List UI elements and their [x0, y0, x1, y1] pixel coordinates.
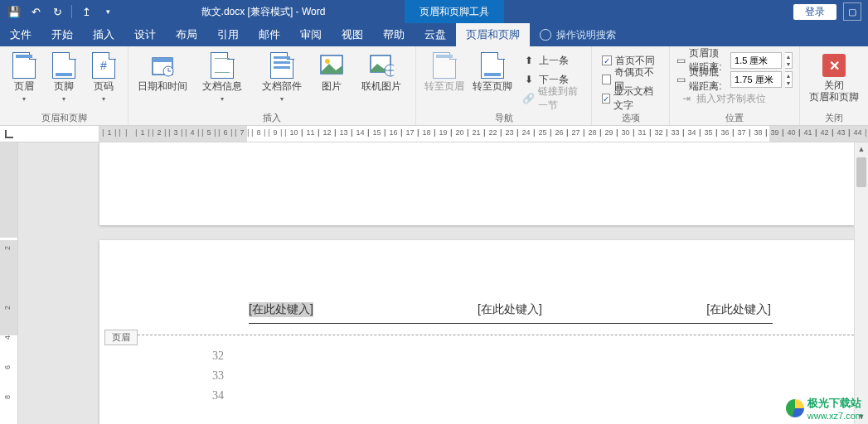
- svg-rect-1: [153, 58, 172, 62]
- undo-icon[interactable]: ↶: [27, 2, 45, 21]
- contextual-tab-title: 页眉和页脚工具: [405, 0, 504, 23]
- online-picture-button[interactable]: 联机图片: [354, 50, 409, 94]
- header-underline: [249, 323, 773, 324]
- tab-layout[interactable]: 布局: [166, 23, 207, 46]
- goto-header-button: 转至页眉: [423, 50, 466, 94]
- tab-icon: ⇥: [680, 93, 693, 104]
- page-previous[interactable]: [99, 142, 854, 225]
- header-right-field[interactable]: [在此处键入]: [706, 302, 771, 317]
- group-label: 页眉和页脚: [41, 110, 87, 125]
- group-label: 位置: [725, 110, 744, 125]
- doc-info-label: 文档信息: [202, 80, 242, 94]
- checkbox-icon: [602, 75, 611, 84]
- tab-mailings[interactable]: 邮件: [249, 23, 290, 46]
- tab-help[interactable]: 帮助: [373, 23, 415, 46]
- save-icon[interactable]: 💾: [5, 2, 23, 21]
- goto-footer-button[interactable]: 转至页脚: [471, 50, 514, 94]
- picture-icon: [319, 53, 344, 78]
- tab-design[interactable]: 设计: [124, 23, 166, 46]
- group-header-footer: 页眉▾ 页脚▾ # 页码▾ 页眉和页脚: [0, 46, 129, 125]
- header-icon: [12, 52, 36, 79]
- page-number-icon: #: [92, 52, 115, 79]
- show-document-text-checkbox[interactable]: ✓显示文档文字: [599, 89, 662, 108]
- footer-from-bottom-input[interactable]: [730, 71, 782, 88]
- spinner-buttons[interactable]: ▲▼: [785, 52, 793, 69]
- group-label: 插入: [263, 110, 281, 125]
- ribbon: 页眉▾ 页脚▾ # 页码▾ 页眉和页脚 日期和时间 文档信息▾: [0, 46, 868, 126]
- ruler-tick: ∣ 44 ∣: [847, 128, 868, 137]
- tab-insert[interactable]: 插入: [83, 23, 124, 46]
- footer-from-bottom: ▭ 页脚底端距离: ▲▼: [676, 70, 793, 89]
- goto-header-icon: [433, 52, 456, 79]
- date-time-button[interactable]: 日期和时间: [135, 50, 190, 94]
- close-header-footer-button[interactable]: ✕ 关闭 页眉和页脚: [807, 50, 861, 104]
- group-options: ✓首页不同 奇偶页不同 ✓显示文档文字 选项: [592, 46, 670, 125]
- arrow-up-icon: ⬆: [522, 55, 536, 66]
- tab-header-footer[interactable]: 页眉和页脚: [456, 23, 530, 46]
- footer-button[interactable]: 页脚▾: [46, 50, 81, 103]
- header-distance-icon: ▭: [676, 55, 686, 66]
- ruler-tick: ∣ 5 ∣: [201, 128, 217, 137]
- footer-icon: [52, 52, 75, 79]
- watermark-url: www.xz7.com: [807, 411, 863, 421]
- doc-info-button[interactable]: 文档信息▾: [195, 50, 250, 103]
- header-label: 页眉: [14, 80, 34, 94]
- doc-parts-icon: [270, 52, 293, 79]
- separator: [71, 5, 72, 18]
- vruler-tick: 8: [3, 395, 12, 399]
- link-previous-button: 🔗链接到前一节: [519, 89, 584, 108]
- scroll-up-icon[interactable]: ▲: [855, 142, 868, 157]
- spinner-buttons[interactable]: ▲▼: [785, 71, 793, 88]
- checkbox-checked-icon: ✓: [602, 55, 612, 65]
- group-position: ▭ 页眉顶端距离: ▲▼ ▭ 页脚底端距离: ▲▼ ⇥插入对齐制表位 位置: [670, 46, 800, 125]
- watermark-name: 极光下载站: [807, 396, 863, 411]
- header-fields: [在此处键入] [在此处键入] [在此处键入]: [249, 302, 771, 317]
- group-insert: 日期和时间 文档信息▾ 文档部件▾ 图片 联机图片 插入: [129, 46, 416, 125]
- qat-dropdown-icon[interactable]: ▾: [99, 2, 117, 21]
- link-icon: 🔗: [522, 93, 535, 104]
- vertical-ruler[interactable]: 22468: [0, 142, 18, 424]
- tell-me-label: 操作说明搜索: [556, 28, 616, 42]
- tab-view[interactable]: 视图: [332, 23, 373, 46]
- group-navigation: 转至页眉 转至页脚 ⬆上一条 ⬇下一条 🔗链接到前一节 导航: [416, 46, 592, 125]
- ribbon-display-icon[interactable]: ▢: [843, 2, 861, 21]
- scrollbar-thumb[interactable]: [856, 157, 866, 187]
- insert-alignment-tab-button: ⇥插入对齐制表位: [676, 89, 793, 108]
- previous-button[interactable]: ⬆上一条: [519, 51, 584, 70]
- body-line: 32: [212, 349, 224, 363]
- ruler-tick: ∣ 4 ∣: [184, 128, 201, 137]
- tab-review[interactable]: 审阅: [290, 23, 332, 46]
- tab-file[interactable]: 文件: [0, 23, 41, 46]
- page-number-button[interactable]: # 页码▾: [86, 50, 121, 103]
- doc-info-icon: [211, 52, 234, 79]
- tab-home[interactable]: 开始: [41, 23, 83, 46]
- quick-access-toolbar: 💾 ↶ ↻ ↥ ▾: [0, 2, 122, 21]
- watermark: 极光下载站 www.xz7.com: [786, 396, 863, 421]
- group-close: ✕ 关闭 页眉和页脚 关闭: [800, 46, 868, 125]
- tab-selector[interactable]: [0, 126, 99, 142]
- redo-icon[interactable]: ↻: [48, 2, 66, 21]
- touch-mode-icon[interactable]: ↥: [77, 2, 95, 21]
- header-from-top-input[interactable]: [730, 52, 782, 69]
- goto-footer-label: 转至页脚: [473, 80, 512, 94]
- login-button[interactable]: 登录: [793, 4, 836, 20]
- tell-me-search[interactable]: 操作说明搜索: [530, 23, 626, 46]
- doc-parts-button[interactable]: 文档部件▾: [255, 50, 309, 103]
- vertical-scrollbar[interactable]: ▲ ▼: [854, 142, 868, 424]
- arrow-down-icon: ⬇: [522, 74, 536, 85]
- page-current[interactable]: [在此处键入] [在此处键入] [在此处键入] 页眉 32 33 34: [99, 240, 854, 424]
- online-picture-icon: [369, 53, 394, 78]
- svg-point-6: [325, 59, 330, 64]
- header-button[interactable]: 页眉▾: [7, 50, 41, 103]
- ruler-tick: ∣ 8 ∣: [250, 128, 267, 137]
- tab-cloud[interactable]: 云盘: [415, 23, 456, 46]
- tab-references[interactable]: 引用: [207, 23, 249, 46]
- vruler-tick: 2: [3, 246, 12, 250]
- picture-button[interactable]: 图片: [314, 50, 349, 94]
- ruler-tick: ∣ 2 ∣: [151, 128, 167, 137]
- ruler-tick: ∣ 7 ∣: [234, 128, 250, 137]
- horizontal-ruler[interactable]: ∣ 1 ∣∣ ∣∣ 1 ∣∣ 2 ∣∣ 3 ∣∣ 4 ∣∣ 5 ∣∣ 6 ∣∣ …: [0, 126, 868, 142]
- header-center-field[interactable]: [在此处键入]: [478, 302, 542, 317]
- header-left-field[interactable]: [在此处键入]: [249, 302, 313, 317]
- online-picture-label: 联机图片: [361, 80, 401, 94]
